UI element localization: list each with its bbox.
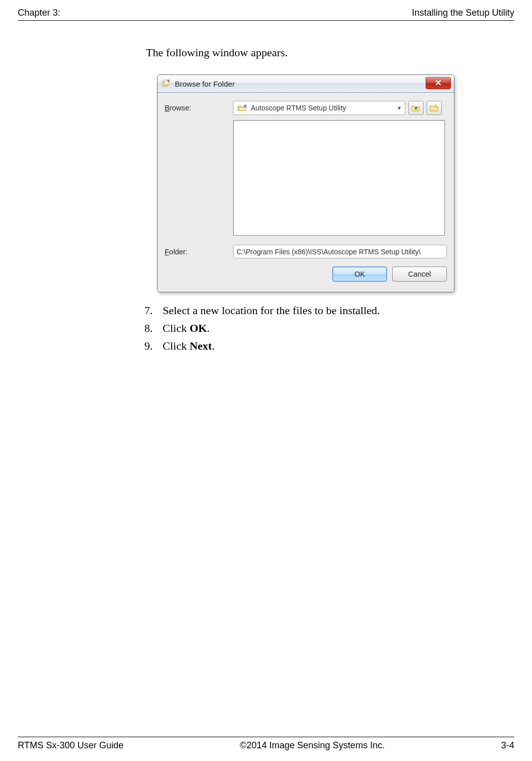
- browse-combobox[interactable]: Autoscope RTMS Setup Utility ▾: [233, 101, 405, 115]
- new-folder-button[interactable]: [427, 101, 442, 115]
- instruction-step: 8. Click OK.: [144, 319, 514, 337]
- open-folder-icon: [238, 104, 247, 111]
- footer-left: RTMS Sx-300 User Guide: [18, 740, 124, 751]
- step-text: Click Next.: [163, 337, 215, 355]
- ok-button[interactable]: OK: [332, 267, 387, 282]
- up-one-level-button[interactable]: [408, 101, 424, 115]
- chapter-label: Chapter 3:: [18, 8, 60, 18]
- step-text: Click OK.: [163, 319, 210, 337]
- page-header: Chapter 3: Installing the Setup Utility: [18, 8, 514, 21]
- close-icon: [435, 79, 441, 87]
- footer-center: ©2014 Image Sensing Systems Inc.: [240, 740, 385, 751]
- footer-right: 3-4: [501, 740, 514, 751]
- browse-combo-text: Autoscope RTMS Setup Utility: [251, 104, 395, 112]
- instruction-step: 9. Click Next.: [144, 337, 514, 355]
- step-text: Select a new location for the files to b…: [163, 301, 380, 319]
- section-title: Installing the Setup Utility: [412, 8, 514, 18]
- step-number: 7.: [144, 301, 163, 319]
- folder-contents-list[interactable]: [233, 120, 445, 236]
- step-number: 8.: [144, 319, 163, 337]
- page-footer: RTMS Sx-300 User Guide ©2014 Image Sensi…: [18, 737, 514, 751]
- dialog-titlebar[interactable]: Browse for Folder: [158, 75, 454, 93]
- chevron-down-icon: ▾: [395, 104, 404, 111]
- intro-text: The following window appears.: [146, 46, 514, 59]
- ok-button-label: OK: [355, 270, 365, 278]
- instruction-step: 7. Select a new location for the files t…: [144, 301, 514, 319]
- instruction-list: 7. Select a new location for the files t…: [144, 301, 514, 355]
- browse-label: Browse:: [165, 104, 233, 112]
- folder-path-text: C:\Program Files (x86)\ISS\Autoscope RTM…: [237, 248, 421, 256]
- cancel-button[interactable]: Cancel: [392, 267, 447, 282]
- dialog-title: Browse for Folder: [175, 80, 426, 88]
- browse-for-folder-dialog: Browse for Folder Browse:: [157, 74, 454, 292]
- step-number: 9.: [144, 337, 163, 355]
- folder-label: Folder:: [165, 248, 233, 256]
- dialog-icon: [162, 79, 171, 88]
- cancel-button-label: Cancel: [408, 270, 431, 278]
- close-button[interactable]: [426, 77, 451, 89]
- folder-path-input[interactable]: C:\Program Files (x86)\ISS\Autoscope RTM…: [233, 245, 447, 258]
